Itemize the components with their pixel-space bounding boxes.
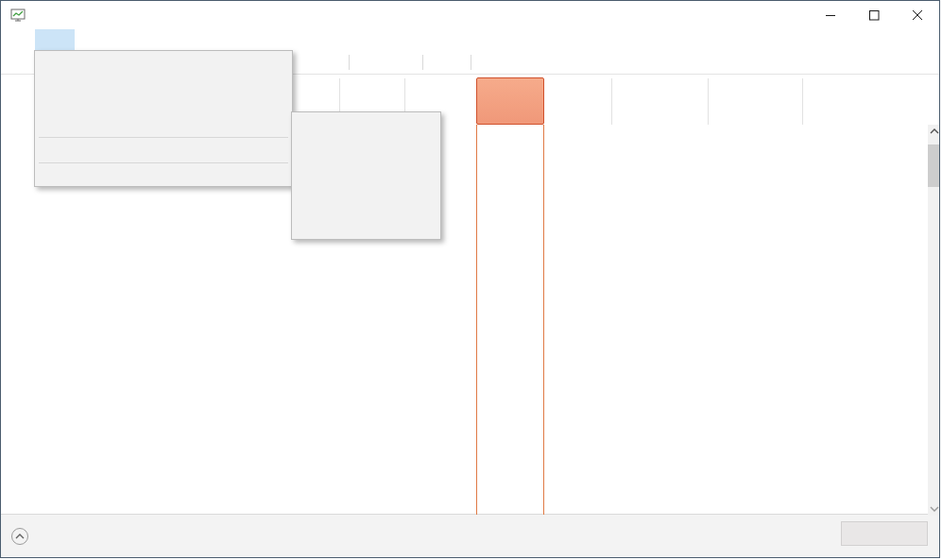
maximize-button[interactable] xyxy=(852,1,896,29)
menu-plik[interactable] xyxy=(3,29,35,50)
chevron-up-circle-icon xyxy=(10,527,29,546)
minimize-button[interactable] xyxy=(809,1,852,29)
less-details-toggle[interactable] xyxy=(10,527,38,546)
vertical-scrollbar[interactable] xyxy=(928,125,940,516)
menubar xyxy=(1,29,939,50)
menu-widok[interactable] xyxy=(78,29,124,50)
options-menu xyxy=(34,50,293,187)
close-button[interactable] xyxy=(896,1,939,29)
task-manager-icon xyxy=(10,8,26,23)
footer-bar xyxy=(1,514,939,557)
task-manager-window xyxy=(0,0,940,558)
end-task-button[interactable] xyxy=(841,521,928,546)
scroll-down-arrow-icon[interactable] xyxy=(928,501,940,516)
menu-separator xyxy=(39,162,288,163)
scrollbar-thumb[interactable] xyxy=(928,144,940,187)
scroll-up-arrow-icon[interactable] xyxy=(928,125,940,139)
menu-opcje[interactable] xyxy=(35,29,75,50)
default-tab-submenu xyxy=(291,111,441,240)
disk-column-highlight-lines xyxy=(476,125,544,515)
titlebar xyxy=(1,1,939,29)
disk-column-header[interactable] xyxy=(476,77,544,125)
menu-separator xyxy=(39,137,288,138)
